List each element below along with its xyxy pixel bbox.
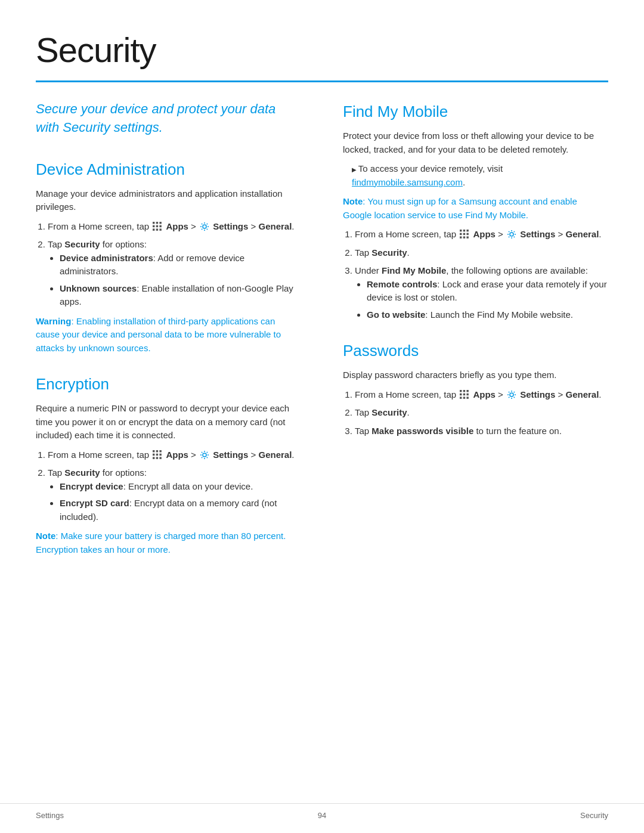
passwords-step-3: Tap Make passwords visible to turn the f… (355, 425, 608, 438)
find-my-mobile-note: Note: You must sign up for a Samsung acc… (343, 195, 608, 222)
find-my-mobile-bullet-1: Remote controls: Lock and erase your dat… (367, 278, 608, 305)
general-label-1: General (258, 221, 292, 231)
svg-rect-5 (160, 225, 162, 227)
page-title: Security (36, 24, 608, 76)
settings-label-3: Settings (520, 229, 555, 239)
svg-rect-26 (460, 236, 462, 238)
encryption-description: Require a numeric PIN or password to dec… (36, 402, 301, 442)
apps-grid-icon-4 (460, 390, 469, 400)
svg-rect-13 (153, 453, 154, 455)
settings-label-4: Settings (520, 389, 555, 400)
svg-rect-7 (156, 228, 158, 230)
settings-gear-icon-1 (200, 222, 209, 231)
svg-point-29 (510, 233, 513, 236)
general-label-4: General (565, 389, 599, 400)
svg-rect-22 (467, 230, 469, 231)
apps-label-4: Apps (473, 389, 496, 400)
device-admin-step-1: From a Home screen, tap (48, 220, 301, 234)
svg-rect-17 (156, 457, 158, 459)
svg-rect-20 (460, 230, 462, 231)
svg-rect-30 (460, 390, 462, 392)
find-my-mobile-description: Protect your device from loss or theft a… (343, 129, 608, 156)
svg-rect-25 (467, 233, 469, 235)
warning-label: Warning (36, 316, 71, 326)
svg-rect-1 (156, 222, 158, 224)
title-divider (36, 80, 608, 82)
apps-grid-icon (153, 222, 162, 231)
page-footer: Settings 94 Security (0, 803, 644, 822)
section-title-device-administration: Device Administration (36, 158, 301, 181)
find-my-mobile-bullet-2: Go to website: Launch the Find My Mobile… (367, 308, 608, 322)
encryption-subbullets: Encrypt device: Encrypt all data on your… (48, 480, 301, 524)
svg-rect-36 (460, 397, 462, 398)
security-label-4: Security (371, 407, 407, 417)
left-column: Secure your device and protect your data… (36, 100, 307, 562)
security-label-1: Security (64, 239, 100, 249)
passwords-step-2: Tap Security. (355, 406, 608, 420)
passwords-step-1: From a Home screen, tap (355, 388, 608, 402)
page-number: 94 (64, 810, 580, 822)
svg-rect-27 (463, 236, 465, 238)
apps-label-2: Apps (166, 450, 188, 460)
passwords-description: Display password characters briefly as y… (343, 368, 608, 382)
device-admin-subbullets: Device administrators: Add or remove dev… (48, 252, 301, 309)
passwords-steps: From a Home screen, tap (343, 388, 608, 438)
svg-rect-37 (463, 397, 465, 398)
svg-point-39 (510, 393, 513, 397)
section-title-find-my-mobile: Find My Mobile (343, 100, 608, 123)
find-my-mobile-steps: From a Home screen, tap (343, 228, 608, 321)
find-my-mobile-arrow-bullets: To access your device remotely, visit fi… (343, 162, 608, 189)
section-title-encryption: Encryption (36, 373, 301, 396)
svg-rect-23 (460, 233, 462, 235)
right-column: Find My Mobile Protect your device from … (337, 100, 608, 562)
settings-gear-icon-4 (507, 390, 516, 400)
settings-label-2: Settings (213, 450, 248, 460)
two-column-layout: Secure your device and protect your data… (36, 100, 608, 562)
findmymobile-link[interactable]: findmymobile.samsung.com (352, 177, 463, 187)
svg-rect-24 (463, 233, 465, 235)
device-admin-description: Manage your device administrators and ap… (36, 187, 301, 214)
device-admin-bullet-1: Device administrators: Add or remove dev… (60, 252, 301, 278)
svg-rect-28 (467, 236, 469, 238)
footer-right: Security (580, 810, 608, 822)
settings-gear-icon-2 (200, 450, 209, 460)
svg-rect-34 (463, 393, 465, 395)
encryption-steps: From a Home screen, tap (36, 448, 301, 524)
svg-rect-18 (160, 457, 162, 459)
encryption-step-2: Tap Security for options: Encrypt device… (48, 466, 301, 524)
svg-rect-2 (160, 222, 162, 224)
svg-rect-3 (153, 225, 154, 227)
svg-rect-33 (460, 393, 462, 395)
page-container: Security Secure your device and protect … (0, 0, 644, 598)
encryption-step-1: From a Home screen, tap (48, 448, 301, 462)
intro-text: Secure your device and protect your data… (36, 100, 301, 137)
svg-point-19 (203, 453, 206, 457)
security-label-2: Security (64, 467, 100, 478)
find-my-mobile-subbullets: Remote controls: Lock and erase your dat… (355, 278, 608, 322)
svg-rect-0 (153, 222, 154, 224)
apps-label: Apps (166, 221, 188, 231)
apps-grid-icon-3 (460, 230, 469, 239)
general-label-2: General (258, 450, 292, 460)
apps-grid-icon-2 (153, 450, 162, 460)
svg-rect-31 (463, 390, 465, 392)
find-my-mobile-arrow-item: To access your device remotely, visit fi… (352, 162, 608, 189)
svg-rect-10 (153, 450, 154, 452)
footer-left: Settings (36, 810, 64, 822)
note-label-2: Note (343, 196, 363, 206)
encryption-bullet-2: Encrypt SD card: Encrypt data on a memor… (60, 497, 301, 524)
svg-rect-8 (160, 228, 162, 230)
device-admin-bullet-2: Unknown sources: Enable installation of … (60, 282, 301, 309)
find-my-mobile-label: Find My Mobile (382, 265, 446, 275)
make-passwords-visible-label: Make passwords visible (371, 426, 473, 436)
section-title-passwords: Passwords (343, 339, 608, 363)
svg-rect-14 (156, 453, 158, 455)
svg-rect-4 (156, 225, 158, 227)
device-admin-warning: Warning: Enabling installation of third-… (36, 315, 301, 355)
svg-rect-38 (467, 397, 469, 398)
settings-gear-icon-3 (507, 230, 516, 239)
find-my-mobile-step-3: Under Find My Mobile, the following opti… (355, 264, 608, 321)
svg-rect-35 (467, 393, 469, 395)
svg-rect-11 (156, 450, 158, 452)
encryption-bullet-1: Encrypt device: Encrypt all data on your… (60, 480, 301, 494)
